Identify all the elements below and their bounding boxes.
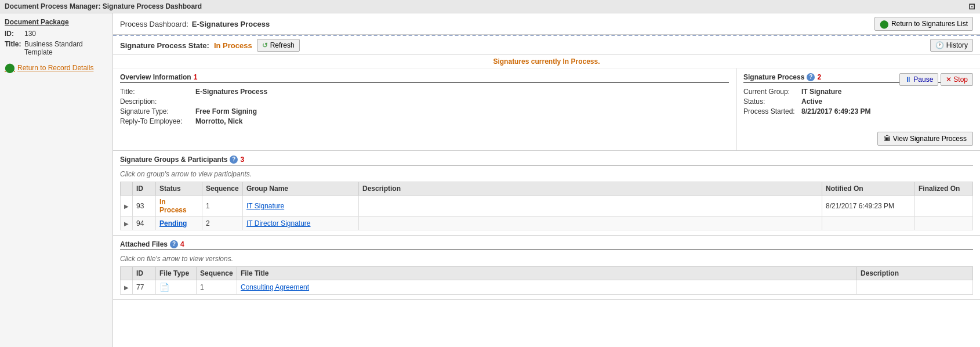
file-col-sequence: Sequence [197, 267, 237, 280]
pdf-icon: 📄 [159, 283, 169, 292]
sig-info-value-0: IT Signature [801, 88, 841, 96]
notifiedon-cell-1 [822, 217, 915, 230]
ov-label-2: Signature Type: [120, 107, 195, 115]
status-cell-0: InProcess [156, 196, 202, 217]
sig-process-number: 2 [817, 73, 821, 81]
file-expand-cell-0[interactable]: ▶ [121, 280, 133, 295]
attached-files-table: ID File Type Sequence File Title Descrip… [120, 266, 973, 295]
table-row: ▶ 93 InProcess 1 IT Signature 8/21/2017 … [121, 196, 973, 217]
ov-label-0: Title: [120, 88, 195, 96]
sig-groups-table: ID Status Sequence Group Name Descriptio… [120, 182, 973, 230]
ov-label-3: Reply-To Employee: [120, 117, 195, 125]
overview-number: 1 [194, 73, 198, 81]
status-cell-1: Pending [156, 217, 202, 230]
col-groupname: Group Name [243, 182, 359, 196]
stop-icon: ✕ [946, 75, 952, 84]
expand-cell-0[interactable]: ▶ [121, 196, 133, 217]
title-bar: Document Process Manager: Signature Proc… [0, 0, 980, 13]
history-icon: 🕐 [935, 41, 944, 49]
resize-icon: ⊡ [968, 2, 975, 11]
description-cell-0 [359, 196, 822, 217]
pause-icon: ⏸ [905, 75, 912, 84]
sig-info-label-2: Process Started: [743, 107, 801, 115]
file-title-cell-0[interactable]: Consulting Agreement [237, 280, 857, 295]
id-value: 130 [24, 30, 36, 38]
file-id-cell-0: 77 [133, 280, 156, 295]
attached-files-hint: Click on file's arrow to view versions. [120, 255, 973, 263]
process-header: Process Dashboard: E-Signatures Process … [113, 13, 980, 35]
two-col-section: Overview Information 1 Title: E-Signatur… [113, 68, 980, 151]
col-expand [121, 182, 133, 196]
state-value: In Process [214, 41, 252, 50]
title-value: Business Standard Template [24, 40, 108, 56]
file-col-id: ID [133, 267, 156, 280]
attached-files-title: Attached Files [120, 240, 168, 248]
col-id: ID [133, 182, 156, 196]
sig-process-info-icon[interactable]: ? [807, 73, 815, 81]
expand-cell-1[interactable]: ▶ [121, 217, 133, 230]
col-sequence: Sequence [202, 182, 243, 196]
file-description-cell-0 [857, 280, 973, 295]
col-notifiedon: Notified On [822, 182, 915, 196]
groupname-cell-1[interactable]: IT Director Signature [243, 217, 359, 230]
overview-table: Title: E-Signatures Process Description:… [120, 88, 729, 125]
table-row: ▶ 94 Pending 2 IT Director Signature [121, 217, 973, 230]
sidebar: Document Package ID: 130 Title: Business… [0, 13, 113, 347]
stop-button[interactable]: ✕ Stop [941, 73, 973, 86]
sig-process-section: Signature Process ? 2 ⏸ Pause ✕ Stop [736, 68, 980, 150]
attached-files-info-icon[interactable]: ? [170, 240, 178, 248]
return-to-record-link[interactable]: ⬤ Return to Record Details [5, 62, 108, 73]
sig-info-value-1: Active [801, 97, 822, 106]
ov-value-3: Morrotto, Nick [195, 117, 242, 125]
sequence-cell-1: 2 [202, 217, 243, 230]
view-signature-process-button[interactable]: 🏛 View Signature Process [877, 132, 973, 146]
refresh-icon: ↺ [262, 41, 268, 49]
sig-info-table: Current Group: IT Signature Status: Acti… [743, 88, 973, 115]
ov-value-2: Free Form Signing [195, 107, 257, 115]
return-signatures-button[interactable]: ⬤ Return to Signatures List [874, 17, 973, 31]
notifiedon-cell-0: 8/21/2017 6:49:23 PM [822, 196, 915, 217]
id-cell-0: 93 [133, 196, 156, 217]
state-bar: Signature Process State: In Process ↺ Re… [113, 36, 980, 55]
col-description: Description [359, 182, 822, 196]
id-cell-1: 94 [133, 217, 156, 230]
sig-process-title: Signature Process [743, 73, 804, 81]
app-title: Document Process Manager: Signature Proc… [5, 2, 202, 10]
finalizedon-cell-0 [915, 196, 973, 217]
sig-groups-number: 3 [240, 156, 244, 164]
finalizedon-cell-1 [915, 217, 973, 230]
file-col-filetitle: File Title [237, 267, 857, 280]
col-finalizedon: Finalized On [915, 182, 973, 196]
state-label: Signature Process State: [120, 41, 209, 50]
sig-groups-info-icon[interactable]: ? [230, 156, 238, 164]
overview-title: Overview Information [120, 73, 191, 81]
sequence-cell-0: 1 [202, 196, 243, 217]
sig-groups-title: Signature Groups & Participants [120, 156, 227, 164]
sig-groups-section: Signature Groups & Participants ? 3 Clic… [113, 151, 980, 236]
content-area: Process Dashboard: E-Signatures Process … [113, 13, 980, 347]
sig-process-buttons: ⏸ Pause ✕ Stop [899, 73, 973, 86]
view-sig-icon: 🏛 [884, 135, 891, 143]
pause-button[interactable]: ⏸ Pause [899, 73, 938, 86]
col-status: Status [156, 182, 202, 196]
sig-info-label-1: Status: [743, 97, 801, 106]
file-sequence-cell-0: 1 [197, 280, 237, 295]
attached-files-section: Attached Files ? 4 Click on file's arrow… [113, 236, 980, 300]
sig-groups-hint: Click on group's arrow to view participa… [120, 170, 973, 178]
id-label: ID: [5, 30, 22, 38]
file-col-expand [121, 267, 133, 280]
sig-info-label-0: Current Group: [743, 88, 801, 96]
file-type-cell-0: 📄 [156, 280, 197, 295]
overview-section: Overview Information 1 Title: E-Signatur… [113, 68, 736, 150]
in-process-message: Signatures currently In Process. [113, 55, 980, 68]
refresh-button[interactable]: ↺ Refresh [257, 39, 300, 52]
process-header-label: Process Dashboard: [120, 20, 188, 28]
groupname-cell-0[interactable]: IT Signature [243, 196, 359, 217]
history-button[interactable]: 🕐 History [930, 39, 973, 52]
ov-label-1: Description: [120, 97, 195, 106]
process-name: E-Signatures Process [192, 20, 270, 28]
return-sig-dot: ⬤ [880, 19, 889, 28]
sig-info-value-2: 8/21/2017 6:49:23 PM [801, 107, 870, 115]
description-cell-1 [359, 217, 822, 230]
ov-value-0: E-Signatures Process [195, 88, 267, 96]
